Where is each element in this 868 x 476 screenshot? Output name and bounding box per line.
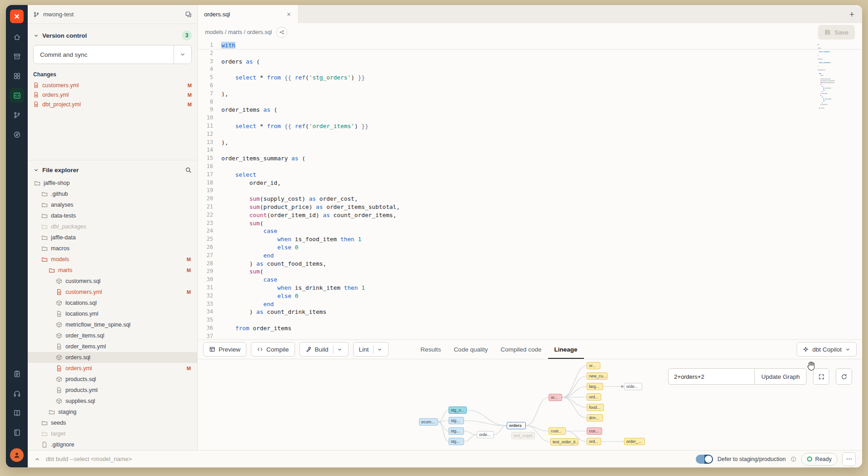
copy-branch-button[interactable]	[185, 11, 192, 18]
lineage-node-food[interactable]: food...	[587, 404, 604, 411]
code-line-25[interactable]: 25 when is_food_item then 1	[198, 235, 862, 243]
rail-apps-grid[interactable]	[10, 69, 24, 83]
code-line-15[interactable]: 15order_items_summary as (	[198, 154, 862, 163]
lineage-node-test_suppl[interactable]: test_suppl...	[511, 432, 535, 439]
save-button[interactable]: Save	[818, 25, 855, 40]
code-line-12[interactable]: 12	[198, 130, 862, 139]
code-line-17[interactable]: 17 select	[198, 171, 862, 179]
rail-support-headphones[interactable]	[10, 386, 24, 401]
tree-item-metricflow_time_spine.sql[interactable]: metricflow_time_spine.sql	[28, 319, 197, 330]
preview-button[interactable]: Preview	[203, 342, 246, 357]
lineage-node-new_cu[interactable]: new_cu...	[587, 372, 608, 380]
minimap[interactable]	[818, 44, 857, 111]
open-lineage-button[interactable]	[276, 27, 287, 38]
rail-home[interactable]	[10, 30, 24, 44]
code-editor[interactable]: 1with23orders as (45 select * from {{ re…	[198, 41, 862, 339]
lineage-node-or[interactable]: or...	[549, 394, 562, 401]
change-item-customers.yml[interactable]: customers.ymlM	[33, 80, 192, 90]
code-line-18[interactable]: 18 order_id,	[198, 179, 862, 187]
code-line-2[interactable]: 2	[198, 50, 862, 58]
code-line-19[interactable]: 19	[198, 187, 862, 195]
user-avatar[interactable]	[10, 448, 24, 462]
code-line-1[interactable]: 1with	[198, 41, 862, 50]
code-line-31[interactable]: 31 when is_drink_item then 1	[198, 284, 862, 292]
code-line-35[interactable]: 35	[198, 316, 862, 324]
tree-item-macros[interactable]: macros	[28, 243, 197, 254]
new-tab-button[interactable]	[841, 5, 862, 23]
code-line-29[interactable]: 29 sum(	[198, 268, 862, 276]
compile-button[interactable]: Compile	[251, 342, 295, 357]
lineage-node-orde[interactable]: orde...	[624, 383, 642, 390]
tree-item-staging[interactable]: staging	[28, 407, 197, 417]
dbt-logo-icon[interactable]: ×	[10, 10, 24, 23]
rail-inbox[interactable]	[10, 49, 24, 64]
tree-item-dbt_packages[interactable]: dbt_packages	[28, 221, 197, 232]
tab-code-quality[interactable]: Code quality	[447, 340, 494, 359]
tree-item-order_items.yml[interactable]: order_items.yml	[28, 341, 197, 352]
lineage-node-orders[interactable]: orders	[507, 422, 526, 429]
code-line-30[interactable]: 30 case	[198, 276, 862, 284]
rail-tasks-clipboard[interactable]	[10, 367, 24, 381]
code-line-32[interactable]: 32 else 0	[198, 292, 862, 300]
command-input[interactable]: dbt build --select <model_name>	[46, 456, 132, 462]
tree-item-customers.yml[interactable]: customers.ymlM	[28, 287, 197, 298]
tree-item-analyses[interactable]: analyses	[28, 199, 197, 210]
code-line-28[interactable]: 28 ) as count_food_items,	[198, 260, 862, 268]
lineage-panel[interactable]: Update Graph ecom...stg_o...stg...stg...…	[198, 359, 862, 450]
lint-button[interactable]: Lint	[353, 342, 389, 357]
code-line-26[interactable]: 26 else 0	[198, 243, 862, 252]
lineage-node-stg[interactable]: stg...	[449, 427, 464, 435]
lineage-node-stg_o[interactable]: stg_o...	[449, 407, 467, 414]
code-line-33[interactable]: 33 end	[198, 300, 862, 308]
tree-item-jaffle-shop[interactable]: jaffle-shop	[28, 178, 197, 188]
collapse-panel-button[interactable]	[34, 456, 40, 462]
file-search-button[interactable]	[185, 167, 192, 174]
code-line-34[interactable]: 34 ) as count_drink_items	[198, 308, 862, 316]
code-line-24[interactable]: 24 case	[198, 227, 862, 235]
more-options-button[interactable]	[842, 452, 856, 466]
tree-item-orders.yml[interactable]: orders.ymlM	[28, 363, 197, 374]
code-line-3[interactable]: 3orders as (	[198, 58, 862, 66]
change-item-dbt_project.yml[interactable]: dbt_project.ymlM	[33, 99, 192, 109]
tree-item-marts[interactable]: martsM	[28, 265, 197, 276]
update-graph-button[interactable]: Update Graph	[754, 368, 807, 385]
lineage-node-order_[interactable]: order_...	[624, 438, 645, 445]
tab-lineage[interactable]: Lineage	[548, 340, 584, 359]
code-line-11[interactable]: 11 select * from {{ ref('order_items') }…	[198, 122, 862, 130]
tree-item-models[interactable]: modelsM	[28, 254, 197, 265]
commit-dropdown-button[interactable]	[174, 51, 191, 58]
code-line-13[interactable]: 13),	[198, 139, 862, 147]
code-line-8[interactable]: 8	[198, 98, 862, 106]
lineage-node-or[interactable]: or...	[587, 362, 600, 369]
fullscreen-button[interactable]	[813, 368, 829, 385]
tree-item-.gitignore[interactable]: .gitignore	[28, 439, 197, 450]
code-line-4[interactable]: 4	[198, 65, 862, 74]
rail-docs-book[interactable]	[10, 406, 24, 420]
code-line-22[interactable]: 22 count(order_item_id) as count_order_i…	[198, 211, 862, 219]
close-tab-button[interactable]	[286, 11, 292, 17]
code-line-9[interactable]: 9order_items as (	[198, 106, 862, 114]
tab-results[interactable]: Results	[414, 340, 447, 359]
tree-item-target[interactable]: target	[28, 428, 197, 439]
version-control-header[interactable]: Version control 3	[33, 29, 192, 42]
lineage-node-stg[interactable]: stg...	[449, 438, 464, 445]
code-line-5[interactable]: 5 select * from {{ ref('stg_orders') }}	[198, 74, 862, 82]
rail-explore-compass[interactable]	[10, 127, 24, 142]
defer-toggle[interactable]	[696, 455, 713, 464]
file-explorer-header[interactable]: File explorer	[28, 163, 197, 177]
graph-query-input[interactable]	[668, 368, 754, 385]
rail-deploy-branch[interactable]	[10, 108, 24, 122]
tab-orders-sql[interactable]: orders.sql	[198, 5, 299, 23]
code-line-23[interactable]: 23 sum(	[198, 219, 862, 228]
tree-item-jaffle-data[interactable]: jaffle-data	[28, 232, 197, 243]
code-line-36[interactable]: 36 from order_items	[198, 324, 862, 332]
refresh-button[interactable]	[836, 368, 852, 385]
code-line-27[interactable]: 27 end	[198, 252, 862, 260]
code-line-7[interactable]: 7),	[198, 90, 862, 98]
lineage-node-cust[interactable]: cust...	[549, 427, 566, 435]
lineage-node-test_order_it[interactable]: test_order_it...	[550, 438, 579, 446]
tree-item-order_items.sql[interactable]: order_items.sql	[28, 330, 197, 341]
code-line-10[interactable]: 10	[198, 114, 862, 122]
tree-item-seeds[interactable]: seeds	[28, 417, 197, 428]
tree-item-data-tests[interactable]: data-tests	[28, 210, 197, 221]
